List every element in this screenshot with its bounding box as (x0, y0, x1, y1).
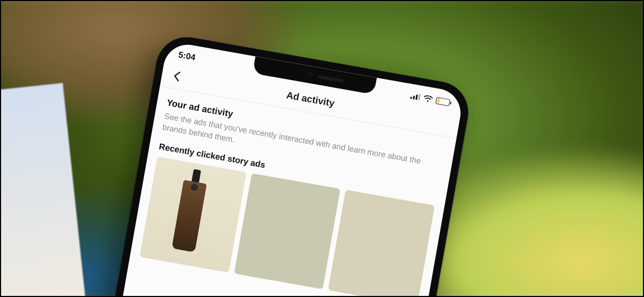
svg-rect-3 (418, 94, 421, 100)
status-indicators (410, 92, 450, 106)
battery-icon (436, 96, 451, 106)
svg-rect-0 (410, 96, 412, 99)
nav-title: Ad activity (286, 90, 335, 109)
chevron-left-icon (173, 70, 182, 82)
back-button[interactable] (168, 68, 185, 85)
cellular-signal-icon (410, 93, 421, 101)
svg-rect-1 (413, 95, 415, 99)
wifi-icon (423, 94, 433, 103)
svg-point-4 (427, 100, 429, 102)
phone-screen: 5:04 Ad activity Your ad activity See th… (100, 41, 465, 297)
story-ad-card[interactable] (234, 173, 341, 289)
svg-rect-2 (415, 94, 418, 100)
story-ad-card[interactable] (328, 190, 435, 297)
status-time: 5:04 (178, 50, 197, 62)
story-ad-card[interactable] (140, 157, 246, 272)
story-ads-row (140, 157, 435, 297)
